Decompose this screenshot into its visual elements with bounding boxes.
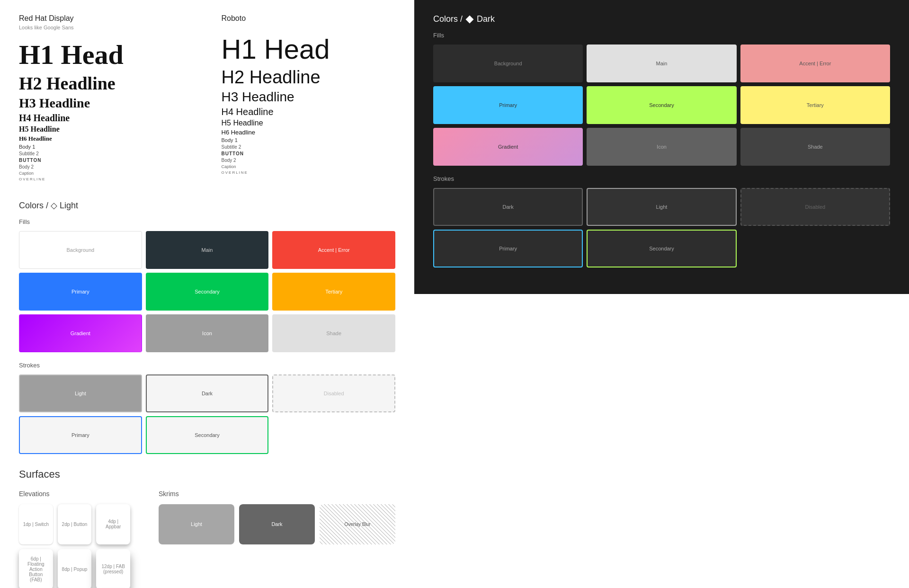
color-card-bg: Background xyxy=(19,231,142,269)
font-name-redhat: Red Hat Display xyxy=(19,14,193,23)
dark-card-main: Main xyxy=(587,45,736,82)
body1-redhat: Body 1 xyxy=(19,144,193,150)
skrim-light: Light xyxy=(159,504,234,544)
font-col-redhat: Red Hat Display Looks like Google Sans H… xyxy=(19,14,193,181)
h3-roboto: H3 Headline xyxy=(222,89,396,105)
dark-card-shade: Shade xyxy=(740,128,890,166)
overline-roboto: OVERLINE xyxy=(222,170,396,175)
overline-redhat: OVERLINE xyxy=(19,177,193,181)
fills-title: Fills xyxy=(19,218,395,225)
dark-card-bg: Background xyxy=(433,45,583,82)
dark-card-gradient: Gradient xyxy=(433,128,583,166)
h6-redhat: H6 Headline xyxy=(19,135,193,143)
elevations-grid: 1dp | Switch 2dp | Button 4dp | Appbar 6… xyxy=(19,504,130,588)
skrim-dark: Dark xyxy=(239,504,315,544)
dark-card-icon: Icon xyxy=(587,128,736,166)
light-fills-grid: Background Main Accent | Error Primary S… xyxy=(19,231,395,352)
stroke-primary: Primary xyxy=(19,416,142,454)
elevations-col: Elevations 1dp | Switch 2dp | Button 4dp… xyxy=(19,490,130,588)
dark-card-tertiary: Tertiary xyxy=(740,86,890,124)
elev-8dp: 8dp | Popup xyxy=(58,549,92,588)
font-name-roboto: Roboto xyxy=(222,14,396,23)
color-card-shade: Shade xyxy=(272,314,395,352)
body2-redhat: Body 2 xyxy=(19,164,193,169)
dark-card-secondary: Secondary xyxy=(587,86,736,124)
h5-roboto: H5 Headline xyxy=(222,119,396,127)
dark-strokes-title: Strokes xyxy=(433,175,890,182)
h5-redhat: H5 Headline xyxy=(19,125,193,134)
stroke-dark: Dark xyxy=(146,374,269,412)
caption-redhat: Caption xyxy=(19,171,193,176)
elev-4dp: 4dp | Appbar xyxy=(96,504,130,544)
h6-roboto: H6 Headline xyxy=(222,129,396,136)
surfaces-title: Surfaces xyxy=(19,468,395,481)
surfaces-inner: Elevations 1dp | Switch 2dp | Button 4dp… xyxy=(19,490,395,588)
surfaces-section: Surfaces Elevations 1dp | Switch 2dp | B… xyxy=(19,468,395,588)
dark-fills-title: Fills xyxy=(433,32,890,39)
stroke-secondary: Secondary xyxy=(146,416,269,454)
h1-redhat: H1 Head xyxy=(19,40,193,70)
body1-roboto: Body 1 xyxy=(222,137,396,143)
elev-2dp: 2dp | Button xyxy=(58,504,92,544)
h2-redhat: H2 Headline xyxy=(19,73,193,94)
color-card-secondary: Secondary xyxy=(146,273,269,311)
h4-redhat: H4 Headline xyxy=(19,113,193,124)
dark-fills-grid: Background Main Accent | Error Primary S… xyxy=(433,45,890,166)
body2-roboto: Body 2 xyxy=(222,158,396,163)
color-card-tertiary: Tertiary xyxy=(272,273,395,311)
dark-diamond-icon xyxy=(466,16,474,24)
h3-redhat: H3 Headline xyxy=(19,96,193,111)
subtitle2-roboto: Subtitle 2 xyxy=(222,144,396,150)
skrims-col: Skrims Light Dark Overlay Blur xyxy=(159,490,395,588)
strokes-title-light: Strokes xyxy=(19,362,395,369)
elev-12dp: 12dp | FAB (pressed) xyxy=(96,549,130,588)
dark-stroke-secondary: Secondary xyxy=(587,230,736,267)
stroke-disabled: Disabled xyxy=(272,374,395,412)
button-roboto: BUTTON xyxy=(222,151,396,156)
button-redhat: BUTTON xyxy=(19,158,193,163)
stroke-light: Light xyxy=(19,374,142,412)
color-card-primary: Primary xyxy=(19,273,142,311)
dark-panel: Colors / Dark Fills Background Main Acce… xyxy=(414,0,909,294)
dark-colors-title: Colors / Dark xyxy=(433,14,890,24)
skrim-blur: Overlay Blur xyxy=(320,504,395,544)
color-card-main: Main xyxy=(146,231,269,269)
dark-stroke-primary: Primary xyxy=(433,230,583,267)
h4-roboto: H4 Headline xyxy=(222,107,396,117)
font-subtitle-redhat: Looks like Google Sans xyxy=(19,25,193,30)
color-card-icon: Icon xyxy=(146,314,269,352)
light-colors-title: Colors / ◇ Light xyxy=(19,200,395,211)
dark-stroke-dark: Dark xyxy=(433,188,583,226)
elev-1dp: 1dp | Switch xyxy=(19,504,53,544)
h2-roboto: H2 Headline xyxy=(222,67,396,88)
dark-card-accent: Accent | Error xyxy=(740,45,890,82)
light-strokes-grid: Light Dark Disabled Primary Secondary xyxy=(19,374,395,454)
elevations-title: Elevations xyxy=(19,490,130,498)
font-col-roboto: Roboto H1 Head H2 Headline H3 Headline H… xyxy=(222,14,396,181)
skrims-title: Skrims xyxy=(159,490,395,498)
color-card-gradient: Gradient xyxy=(19,314,142,352)
h1-roboto: H1 Head xyxy=(222,34,396,64)
elev-6dp: 6dp | Floating Action Button (FAB) xyxy=(19,549,53,588)
skrims-grid: Light Dark Overlay Blur xyxy=(159,504,395,544)
dark-strokes-grid: Dark Light Disabled Primary Secondary xyxy=(433,188,890,267)
caption-roboto: Caption xyxy=(222,164,396,169)
color-card-accent: Accent | Error xyxy=(272,231,395,269)
typography-section: Red Hat Display Looks like Google Sans H… xyxy=(19,14,395,181)
dark-card-primary: Primary xyxy=(433,86,583,124)
dark-stroke-light: Light xyxy=(587,188,736,226)
dark-stroke-disabled: Disabled xyxy=(740,188,890,226)
subtitle2-redhat: Subtitle 2 xyxy=(19,151,193,156)
light-colors-section: Colors / ◇ Light Fills Background Main A… xyxy=(19,200,395,454)
